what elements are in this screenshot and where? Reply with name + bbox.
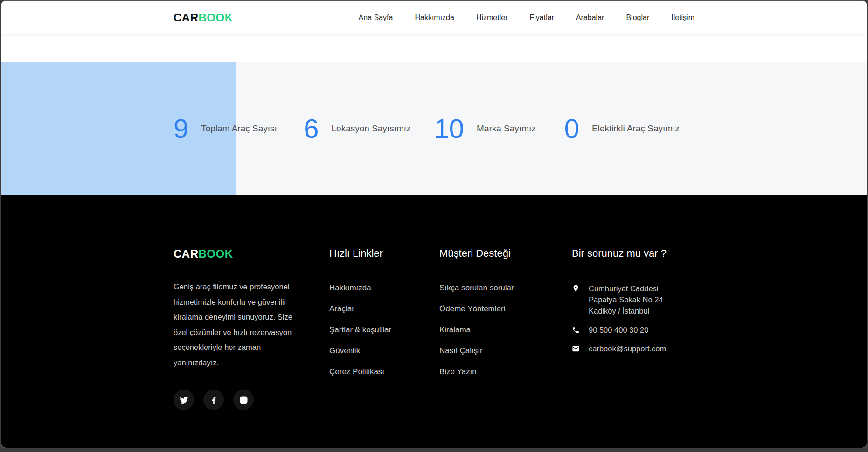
support-link-sss[interactable]: Sıkça sorulan sorular — [439, 283, 514, 292]
support-link-nasil-calisir[interactable]: Nasıl Çalışır — [439, 346, 483, 355]
nav-link-ana-sayfa[interactable]: Ana Sayfa — [359, 14, 393, 21]
footer-support-column: Müşteri Desteği Sıkça sorulan sorular Öd… — [439, 247, 572, 388]
stat-label: Marka Sayımız — [477, 123, 536, 134]
envelope-icon — [572, 343, 580, 354]
stat-brands: 10 Marka Sayımız — [434, 115, 564, 142]
footer-contact-column: Bir sorunuz mu var ? Cumhuriyet Caddesi … — [572, 247, 694, 362]
stat-label: Toplam Araç Sayısı — [201, 123, 277, 134]
stat-value: 0 — [564, 115, 579, 142]
nav-links: Ana Sayfa Hakkımızda Hizmetler Fiyatlar … — [359, 14, 694, 22]
nav-link-hakkimizda[interactable]: Hakkımızda — [415, 14, 454, 21]
nav-link-iletisim[interactable]: İletişim — [671, 14, 694, 21]
address-line-3: Kadiköy / İstanbul — [589, 307, 649, 315]
quick-link-cerez-politikasi[interactable]: Çerez Politikası — [329, 367, 384, 376]
quick-links-list: Hakkımızda Araçlar Şartlar & koşulllar G… — [329, 283, 439, 377]
instagram-icon — [239, 396, 248, 404]
footer-description: Geniş araç filomuz ve profesyonel hizmet… — [174, 279, 296, 370]
address-line-2: Papatya Sokak No 24 — [589, 295, 663, 304]
nav-link-fiyatlar[interactable]: Fiyatlar — [529, 14, 554, 21]
quick-links-title: Hızlı Linkler — [329, 247, 439, 260]
stat-label: Lokasyon Sayısımız — [332, 123, 411, 134]
twitter-icon — [180, 396, 188, 404]
support-link-odeme-yontemleri[interactable]: Ödeme Yöntemleri — [439, 304, 505, 313]
logo-text-car: CAR — [174, 11, 199, 24]
stat-value: 9 — [174, 115, 188, 142]
nav-link-bloglar[interactable]: Bloglar — [626, 14, 649, 21]
stat-electric-cars: 0 Elektirkli Araç Sayımız — [564, 115, 694, 142]
contact-address: Cumhuriyet Caddesi Papatya Sokak No 24 K… — [572, 283, 694, 316]
email-address: carbook@support.com — [589, 343, 666, 354]
contact-list: Cumhuriyet Caddesi Papatya Sokak No 24 K… — [572, 283, 694, 354]
facebook-icon — [209, 396, 218, 404]
logo-text-car: CAR — [174, 247, 199, 260]
browser-page: CARBOOK Ana Sayfa Hakkımızda Hizmetler F… — [1, 0, 867, 448]
location-pin-icon — [572, 283, 580, 316]
quick-link-araclar[interactable]: Araçlar — [329, 304, 354, 313]
contact-email[interactable]: carbook@support.com — [572, 343, 694, 354]
support-links-list: Sıkça sorulan sorular Ödeme Yöntemleri K… — [439, 283, 572, 377]
support-link-kiralama[interactable]: Kiralama — [439, 325, 471, 334]
footer-brand-column: CARBOOK Geniş araç filomuz ve profesyone… — [174, 247, 329, 410]
support-link-bize-yazin[interactable]: Bize Yazın — [439, 367, 477, 376]
phone-icon — [572, 325, 580, 335]
logo-text-book: BOOK — [199, 11, 233, 24]
footer: CARBOOK Geniş araç filomuz ve profesyone… — [1, 195, 867, 448]
facebook-button[interactable] — [203, 390, 224, 410]
brand-logo[interactable]: CARBOOK — [174, 11, 233, 24]
quick-link-guvenlik[interactable]: Güvenlik — [329, 346, 360, 355]
social-links — [174, 390, 329, 410]
stat-locations: 6 Lokasyon Sayısımız — [304, 115, 434, 142]
quick-link-sartlar[interactable]: Şartlar & koşulllar — [329, 325, 391, 334]
support-title: Müşteri Desteği — [439, 247, 572, 260]
footer-logo[interactable]: CARBOOK — [174, 247, 329, 260]
address-text: Cumhuriyet Caddesi Papatya Sokak No 24 K… — [589, 283, 663, 316]
instagram-button[interactable] — [233, 390, 254, 410]
stat-label: Elektirkli Araç Sayımız — [592, 123, 680, 134]
navbar: CARBOOK Ana Sayfa Hakkımızda Hizmetler F… — [1, 1, 867, 34]
footer-quick-links-column: Hızlı Linkler Hakkımızda Araçlar Şartlar… — [329, 247, 439, 388]
stat-total-cars: 9 Toplam Araç Sayısı — [174, 115, 304, 142]
quick-link-hakkimizda[interactable]: Hakkımızda — [329, 283, 371, 292]
contact-title: Bir sorunuz mu var ? — [572, 247, 694, 260]
address-line-1: Cumhuriyet Caddesi — [589, 284, 658, 293]
nav-link-arabalar[interactable]: Arabalar — [576, 14, 604, 21]
twitter-button[interactable] — [174, 390, 194, 410]
contact-phone[interactable]: 90 500 400 30 20 — [572, 325, 694, 335]
logo-text-book: BOOK — [199, 247, 233, 260]
nav-link-hizmetler[interactable]: Hizmetler — [476, 14, 508, 21]
stats-section: 9 Toplam Araç Sayısı 6 Lokasyon Sayısımı… — [1, 62, 867, 195]
phone-number: 90 500 400 30 20 — [589, 325, 648, 335]
stat-value: 6 — [304, 115, 319, 142]
stat-value: 10 — [434, 115, 465, 142]
